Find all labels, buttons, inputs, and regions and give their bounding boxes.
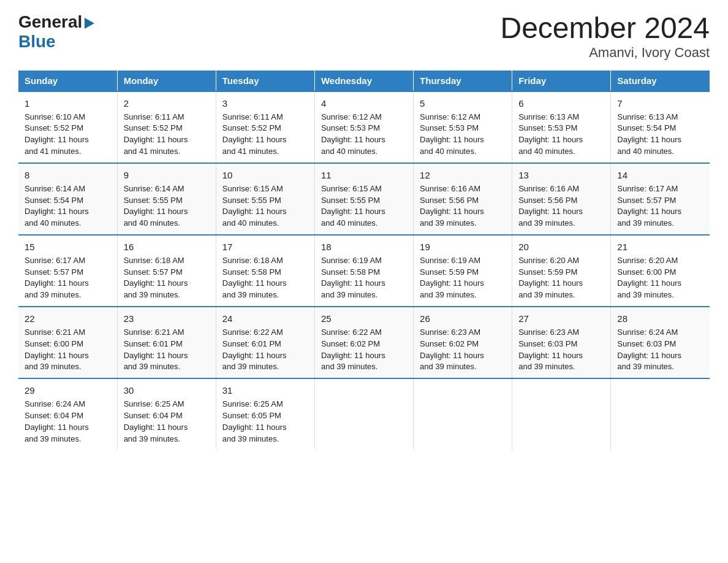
calendar-day-cell: 26Sunrise: 6:23 AMSunset: 6:02 PMDayligh…: [414, 307, 512, 378]
day-info: Sunrise: 6:20 AMSunset: 6:00 PMDaylight:…: [617, 256, 681, 300]
day-number: 12: [420, 169, 506, 182]
day-number: 22: [25, 312, 111, 326]
day-number: 19: [420, 240, 506, 254]
weekday-header-row: SundayMondayTuesdayWednesdayThursdayFrid…: [18, 71, 710, 91]
calendar-day-cell: 3Sunrise: 6:11 AMSunset: 5:52 PMDaylight…: [216, 91, 314, 163]
calendar-day-cell: 11Sunrise: 6:15 AMSunset: 5:55 PMDayligh…: [314, 163, 413, 235]
calendar-day-cell: 5Sunrise: 6:12 AMSunset: 5:53 PMDaylight…: [414, 91, 512, 163]
day-info: Sunrise: 6:21 AMSunset: 6:00 PMDaylight:…: [25, 327, 89, 372]
day-info: Sunrise: 6:20 AMSunset: 5:59 PMDaylight:…: [518, 256, 583, 300]
calendar-week-row: 1Sunrise: 6:10 AMSunset: 5:52 PMDaylight…: [18, 91, 710, 163]
day-info: Sunrise: 6:18 AMSunset: 5:57 PMDaylight:…: [124, 256, 188, 300]
day-number: 10: [222, 169, 308, 182]
calendar-title: December 2024: [500, 12, 710, 45]
calendar-day-cell: 29Sunrise: 6:24 AMSunset: 6:04 PMDayligh…: [18, 378, 117, 450]
day-info: Sunrise: 6:23 AMSunset: 6:03 PMDaylight:…: [518, 327, 583, 372]
logo: General Blue: [18, 12, 94, 52]
day-info: Sunrise: 6:13 AMSunset: 5:53 PMDaylight:…: [518, 112, 583, 156]
day-info: Sunrise: 6:15 AMSunset: 5:55 PMDaylight:…: [321, 184, 385, 228]
day-info: Sunrise: 6:23 AMSunset: 6:02 PMDaylight:…: [420, 327, 484, 372]
day-number: 13: [518, 169, 604, 182]
day-info: Sunrise: 6:19 AMSunset: 5:58 PMDaylight:…: [321, 256, 385, 300]
calendar-week-row: 29Sunrise: 6:24 AMSunset: 6:04 PMDayligh…: [18, 378, 710, 450]
day-info: Sunrise: 6:12 AMSunset: 5:53 PMDaylight:…: [321, 112, 385, 156]
day-number: 17: [222, 240, 308, 254]
calendar-day-cell: 13Sunrise: 6:16 AMSunset: 5:56 PMDayligh…: [512, 163, 611, 235]
weekday-header-monday: Monday: [117, 71, 216, 91]
calendar-day-cell: 7Sunrise: 6:13 AMSunset: 5:54 PMDaylight…: [611, 91, 710, 163]
day-info: Sunrise: 6:17 AMSunset: 5:57 PMDaylight:…: [617, 184, 681, 228]
calendar-day-cell: 6Sunrise: 6:13 AMSunset: 5:53 PMDaylight…: [512, 91, 611, 163]
calendar-day-cell: 18Sunrise: 6:19 AMSunset: 5:58 PMDayligh…: [314, 235, 413, 307]
calendar-day-cell: 28Sunrise: 6:24 AMSunset: 6:03 PMDayligh…: [611, 307, 710, 378]
weekday-header-sunday: Sunday: [18, 71, 117, 91]
day-info: Sunrise: 6:22 AMSunset: 6:01 PMDaylight:…: [222, 327, 287, 372]
calendar-day-cell: 14Sunrise: 6:17 AMSunset: 5:57 PMDayligh…: [611, 163, 710, 235]
weekday-header-friday: Friday: [512, 71, 611, 91]
weekday-header-tuesday: Tuesday: [216, 71, 314, 91]
calendar-day-cell: 9Sunrise: 6:14 AMSunset: 5:55 PMDaylight…: [117, 163, 216, 235]
calendar-table: SundayMondayTuesdayWednesdayThursdayFrid…: [18, 71, 710, 450]
day-number: 27: [518, 312, 604, 326]
calendar-week-row: 8Sunrise: 6:14 AMSunset: 5:54 PMDaylight…: [18, 163, 710, 235]
day-number: 7: [617, 97, 703, 110]
calendar-day-cell: 10Sunrise: 6:15 AMSunset: 5:55 PMDayligh…: [216, 163, 314, 235]
calendar-day-cell: 30Sunrise: 6:25 AMSunset: 6:04 PMDayligh…: [117, 378, 216, 450]
day-info: Sunrise: 6:16 AMSunset: 5:56 PMDaylight:…: [518, 184, 583, 228]
calendar-day-cell: 22Sunrise: 6:21 AMSunset: 6:00 PMDayligh…: [18, 307, 117, 378]
day-info: Sunrise: 6:24 AMSunset: 6:04 PMDaylight:…: [25, 399, 89, 443]
calendar-day-cell: 1Sunrise: 6:10 AMSunset: 5:52 PMDaylight…: [18, 91, 117, 163]
day-number: 24: [222, 312, 308, 326]
day-number: 4: [321, 97, 407, 110]
day-number: 30: [124, 384, 210, 397]
day-info: Sunrise: 6:12 AMSunset: 5:53 PMDaylight:…: [420, 112, 484, 156]
day-info: Sunrise: 6:11 AMSunset: 5:52 PMDaylight:…: [124, 112, 188, 156]
day-info: Sunrise: 6:11 AMSunset: 5:52 PMDaylight:…: [222, 112, 287, 156]
day-number: 25: [321, 312, 407, 326]
day-number: 28: [617, 312, 703, 326]
calendar-day-cell: 31Sunrise: 6:25 AMSunset: 6:05 PMDayligh…: [216, 378, 314, 450]
day-number: 21: [617, 240, 703, 254]
day-number: 18: [321, 240, 407, 254]
day-info: Sunrise: 6:13 AMSunset: 5:54 PMDaylight:…: [617, 112, 681, 156]
day-number: 8: [25, 169, 111, 182]
calendar-day-cell: 20Sunrise: 6:20 AMSunset: 5:59 PMDayligh…: [512, 235, 611, 307]
day-number: 3: [222, 97, 308, 110]
day-info: Sunrise: 6:21 AMSunset: 6:01 PMDaylight:…: [124, 327, 188, 372]
calendar-day-cell: 25Sunrise: 6:22 AMSunset: 6:02 PMDayligh…: [314, 307, 413, 378]
day-info: Sunrise: 6:17 AMSunset: 5:57 PMDaylight:…: [25, 256, 89, 300]
day-info: Sunrise: 6:19 AMSunset: 5:59 PMDaylight:…: [420, 256, 484, 300]
calendar-day-cell: 27Sunrise: 6:23 AMSunset: 6:03 PMDayligh…: [512, 307, 611, 378]
day-info: Sunrise: 6:22 AMSunset: 6:02 PMDaylight:…: [321, 327, 385, 372]
weekday-header-saturday: Saturday: [611, 71, 710, 91]
day-number: 5: [420, 97, 506, 110]
calendar-day-cell: 8Sunrise: 6:14 AMSunset: 5:54 PMDaylight…: [18, 163, 117, 235]
day-number: 14: [617, 169, 703, 182]
logo-blue-text: Blue: [18, 32, 94, 52]
day-number: 1: [25, 97, 111, 110]
calendar-day-cell: [611, 378, 710, 450]
weekday-header-wednesday: Wednesday: [314, 71, 413, 91]
header: General Blue December 2024 Amanvi, Ivory…: [18, 12, 710, 61]
day-number: 2: [124, 97, 210, 110]
day-info: Sunrise: 6:25 AMSunset: 6:04 PMDaylight:…: [124, 399, 188, 443]
day-number: 29: [25, 384, 111, 397]
calendar-week-row: 22Sunrise: 6:21 AMSunset: 6:00 PMDayligh…: [18, 307, 710, 378]
day-info: Sunrise: 6:16 AMSunset: 5:56 PMDaylight:…: [420, 184, 484, 228]
calendar-day-cell: 19Sunrise: 6:19 AMSunset: 5:59 PMDayligh…: [414, 235, 512, 307]
calendar-subtitle: Amanvi, Ivory Coast: [500, 45, 710, 61]
day-number: 16: [124, 240, 210, 254]
title-area: December 2024 Amanvi, Ivory Coast: [500, 12, 710, 61]
day-number: 26: [420, 312, 506, 326]
day-info: Sunrise: 6:24 AMSunset: 6:03 PMDaylight:…: [617, 327, 681, 372]
calendar-day-cell: 15Sunrise: 6:17 AMSunset: 5:57 PMDayligh…: [18, 235, 117, 307]
day-number: 15: [25, 240, 111, 254]
calendar-day-cell: 23Sunrise: 6:21 AMSunset: 6:01 PMDayligh…: [117, 307, 216, 378]
day-number: 20: [518, 240, 604, 254]
day-number: 9: [124, 169, 210, 182]
calendar-day-cell: [314, 378, 413, 450]
day-number: 6: [518, 97, 604, 110]
calendar-day-cell: 16Sunrise: 6:18 AMSunset: 5:57 PMDayligh…: [117, 235, 216, 307]
calendar-day-cell: 21Sunrise: 6:20 AMSunset: 6:00 PMDayligh…: [611, 235, 710, 307]
calendar-day-cell: [414, 378, 512, 450]
